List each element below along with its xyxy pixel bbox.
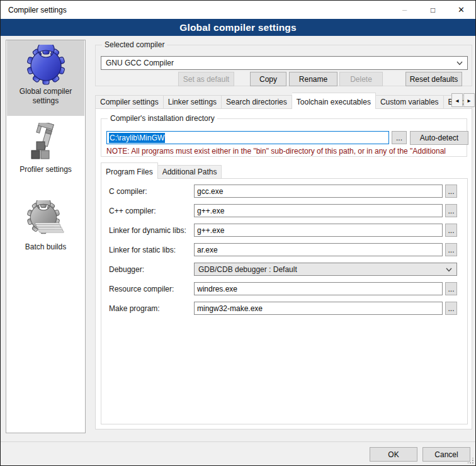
resize-grip[interactable] [468,458,473,463]
tab-search-directories[interactable]: Search directories [222,95,292,109]
static-linker-label: Linker for static libs: [109,246,176,254]
sidebar-item-label: Profiler settings [7,165,84,174]
close-icon[interactable]: ✕ [447,1,475,19]
c-compiler-input[interactable] [194,185,443,198]
tab-compiler-settings[interactable]: Compiler settings [95,95,164,109]
form-row-make-program: Make program: ... [101,302,467,315]
window-title: Compiler settings [8,6,67,14]
debugger-select-value: GDB/CDB debugger : Default [198,265,297,274]
static-linker-browse-button[interactable]: ... [445,243,457,256]
resource-compiler-browse-button[interactable]: ... [445,282,457,295]
page-title: Global compiler settings [179,22,297,33]
window-controls: – □ ✕ [390,1,475,19]
program-files-page: C compiler: ... C++ compiler: ... Linker… [101,178,468,424]
sidebar-item-label: Batch builds [7,242,84,252]
make-program-input[interactable] [194,302,443,315]
chevron-down-icon [446,268,452,272]
ok-button[interactable]: OK [370,447,417,462]
program-files-tabstrip: Program Files Additional Paths [101,162,468,179]
dynamic-linker-browse-button[interactable]: ... [445,224,457,237]
cpp-compiler-browse-button[interactable]: ... [445,204,457,217]
title-bar: Compiler settings – □ ✕ [1,1,475,19]
tab-scroll-arrows: ◂ ▸ [451,93,475,107]
tab-program-files[interactable]: Program Files [101,162,158,179]
set-as-default-button[interactable]: Set as default [178,72,234,86]
gray-gear-papers-icon [26,200,66,241]
cancel-button[interactable]: Cancel [422,447,470,462]
c-compiler-browse-button[interactable]: ... [445,185,457,198]
resource-compiler-input[interactable] [194,282,443,295]
sidebar-item-batch-builds[interactable]: Batch builds [7,200,84,263]
dynamic-linker-label: Linker for dynamic libs: [109,226,186,235]
form-row-c-compiler: C compiler: ... [101,185,467,198]
tab-scroll-left-icon[interactable]: ◂ [451,93,463,107]
selected-compiler-group-label: Selected compiler [102,40,167,49]
static-linker-input[interactable] [194,243,443,256]
selected-compiler-group: Selected compiler GNU GCC Compiler Set a… [95,45,472,86]
cpp-compiler-label: C++ compiler: [109,207,156,215]
installation-directory-group: Compiler's installation directory C:\ray… [101,118,467,157]
caliper-icon [26,123,66,163]
compiler-settings-dialog: Compiler settings – □ ✕ Global compiler … [0,0,476,466]
sidebar-item-label: Global compiler settings [7,87,84,106]
tab-scroll-right-icon[interactable]: ▸ [463,93,475,107]
sidebar-item-global-compiler-settings[interactable]: Global compiler settings [7,40,84,116]
compiler-select-value: GNU GCC Compiler [106,59,174,67]
dynamic-linker-input[interactable] [194,224,443,237]
tab-toolchain-executables[interactable]: Toolchain executables [292,93,376,109]
resource-compiler-label: Resource compiler: [109,285,174,293]
tab-custom-variables[interactable]: Custom variables [376,95,444,109]
debugger-label: Debugger: [109,265,144,274]
form-row-dynamic-linker: Linker for dynamic libs: ... [101,224,467,237]
debugger-select[interactable]: GDB/CDB debugger : Default [194,263,457,276]
installation-directory-value: C:\raylib\MinGW [109,133,165,143]
tab-linker-settings[interactable]: Linker settings [164,95,222,109]
make-program-label: Make program: [109,304,160,313]
form-row-static-linker: Linker for static libs: ... [101,243,467,256]
settings-category-sidebar: Global compiler settings Profiler settin… [6,40,86,433]
footer-divider [1,441,475,442]
make-program-browse-button[interactable]: ... [445,302,457,315]
cpp-compiler-input[interactable] [194,204,443,217]
rename-button[interactable]: Rename [289,72,337,86]
copy-button[interactable]: Copy [250,72,286,86]
browse-directory-button[interactable]: ... [392,131,407,144]
c-compiler-label: C compiler: [109,187,147,196]
installation-directory-input[interactable]: C:\raylib\MinGW [106,131,389,144]
auto-detect-button[interactable]: Auto-detect [410,131,468,145]
installation-directory-group-label: Compiler's installation directory [108,114,217,123]
blue-gear-icon [26,45,66,85]
delete-button[interactable]: Delete [339,72,383,86]
toolchain-executables-page: Compiler's installation directory C:\ray… [95,108,472,429]
chevron-down-icon [456,61,463,65]
form-row-cpp-compiler: C++ compiler: ... [101,204,467,217]
form-row-debugger: Debugger: GDB/CDB debugger : Default [101,263,467,276]
maximize-icon[interactable]: □ [419,1,447,19]
tab-additional-paths[interactable]: Additional Paths [158,165,222,179]
bin-subdirectory-note: NOTE: All programs must exist either in … [106,147,465,156]
reset-defaults-button[interactable]: Reset defaults [405,72,462,86]
form-row-resource-compiler: Resource compiler: ... [101,282,467,295]
compiler-select[interactable]: GNU GCC Compiler [101,56,468,70]
compiler-settings-tabstrip: Compiler settings Linker settings Search… [95,93,475,109]
sidebar-item-profiler-settings[interactable]: Profiler settings [7,123,84,183]
page-title-banner: Global compiler settings [1,19,475,36]
minimize-icon[interactable]: – [390,1,419,19]
